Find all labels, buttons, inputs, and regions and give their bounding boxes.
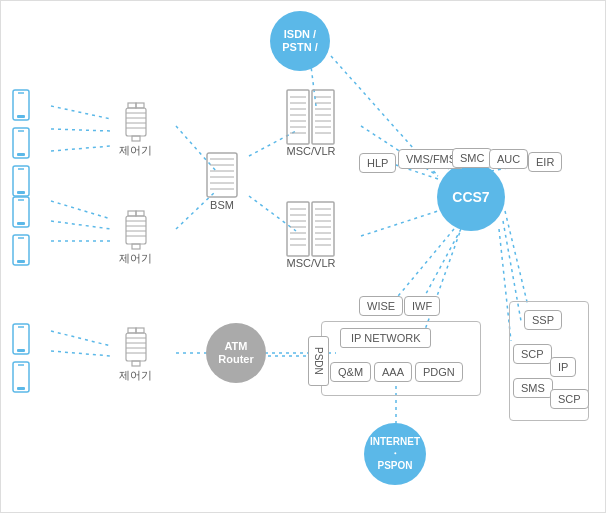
internet-pspon-node: INTERNET ・ PSPON	[364, 423, 426, 485]
svg-rect-38	[287, 90, 309, 144]
svg-rect-80	[126, 216, 146, 244]
ip-network-node: IP NETWORK	[340, 328, 431, 348]
scp2-node: SCP	[550, 389, 589, 409]
svg-rect-93	[132, 361, 140, 366]
hlp-node: HLP	[359, 153, 396, 173]
controller1-icon	[122, 101, 150, 143]
phone7-icon	[11, 361, 31, 393]
isdn-pstn-node: ISDN / PSTN /	[270, 11, 330, 71]
svg-rect-71	[136, 103, 144, 108]
sms-node: SMS	[513, 378, 553, 398]
controller3-icon	[122, 326, 150, 368]
controller3-node: 제어기	[119, 326, 152, 383]
svg-rect-54	[287, 202, 309, 256]
mobile-group1	[11, 89, 31, 197]
svg-line-0	[51, 106, 111, 119]
msc-vlr1-node: MSC/VLR	[286, 89, 336, 157]
iwf-node: IWF	[404, 296, 440, 316]
ip-network-group: IP NETWORK Q&M AAA PDGN	[321, 321, 481, 396]
svg-rect-108	[17, 260, 25, 263]
ssp-node: SSP	[524, 310, 562, 330]
smc-node: SMC	[452, 148, 492, 168]
svg-line-22	[505, 211, 528, 306]
qm-node: Q&M	[330, 362, 371, 382]
svg-rect-55	[312, 202, 334, 256]
aaa-node: AAA	[374, 362, 412, 382]
phone6-icon	[11, 323, 31, 355]
svg-rect-96	[17, 115, 25, 118]
svg-line-1	[51, 129, 111, 131]
phone5-icon	[11, 234, 31, 266]
psdn-node: PSDN	[308, 336, 329, 386]
svg-line-26	[421, 229, 461, 303]
bsm-node: BSM	[205, 151, 239, 211]
phone1-icon	[11, 89, 31, 121]
svg-rect-78	[128, 211, 136, 216]
svg-rect-88	[126, 333, 146, 361]
svg-line-4	[51, 221, 111, 229]
svg-rect-72	[126, 108, 146, 136]
bsm-label: BSM	[210, 199, 234, 211]
ssp-scp-group: SSP SCP SMS IP SCP	[509, 301, 589, 421]
controller2-icon	[122, 209, 150, 251]
svg-rect-86	[128, 328, 136, 333]
svg-line-7	[51, 351, 111, 356]
wise-node: WISE	[359, 296, 403, 316]
ccs7-node: CCS7	[437, 163, 505, 231]
phone2-icon	[11, 127, 31, 159]
svg-rect-114	[17, 387, 25, 390]
svg-line-15	[361, 211, 438, 236]
controller3-label: 제어기	[119, 368, 152, 383]
controller1-node: 제어기	[119, 101, 152, 158]
controller2-label: 제어기	[119, 251, 152, 266]
phone4-icon	[11, 196, 31, 228]
internet-pspon-circle: INTERNET ・ PSPON	[364, 423, 426, 485]
svg-line-25	[394, 229, 454, 301]
svg-line-6	[51, 331, 111, 346]
auc-node: AUC	[489, 149, 528, 169]
svg-rect-99	[17, 153, 25, 156]
network-diagram: .dot-line { stroke: #5bb8e8; stroke-widt…	[1, 1, 606, 513]
svg-rect-105	[17, 222, 25, 225]
ccs7-circle: CCS7	[437, 163, 505, 231]
mobile-group2	[11, 196, 31, 266]
msc-vlr2-label: MSC/VLR	[287, 257, 336, 269]
svg-line-3	[51, 201, 111, 219]
mobile-group3	[11, 323, 31, 393]
msc-vlr1-icon	[286, 89, 336, 145]
controller2-node: 제어기	[119, 209, 152, 266]
svg-rect-77	[132, 136, 140, 141]
atm-router-circle: ATM Router	[206, 323, 266, 383]
pdgn-node: PDGN	[415, 362, 463, 382]
svg-rect-87	[136, 328, 144, 333]
scp-node: SCP	[513, 344, 552, 364]
svg-rect-85	[132, 244, 140, 249]
msc-vlr2-icon	[286, 201, 336, 257]
svg-line-2	[51, 146, 111, 151]
controller1-label: 제어기	[119, 143, 152, 158]
msc-vlr2-node: MSC/VLR	[286, 201, 336, 269]
bsm-icon	[205, 151, 239, 199]
svg-rect-79	[136, 211, 144, 216]
eir-node: EIR	[528, 152, 562, 172]
atm-router-node: ATM Router	[206, 323, 266, 383]
svg-rect-31	[207, 153, 237, 197]
svg-rect-70	[128, 103, 136, 108]
svg-rect-111	[17, 349, 25, 352]
msc-vlr1-label: MSC/VLR	[287, 145, 336, 157]
svg-rect-102	[17, 191, 25, 194]
phone3-icon	[11, 165, 31, 197]
ip-node: IP	[550, 357, 576, 377]
svg-rect-39	[312, 90, 334, 144]
isdn-pstn-circle: ISDN / PSTN /	[270, 11, 330, 71]
